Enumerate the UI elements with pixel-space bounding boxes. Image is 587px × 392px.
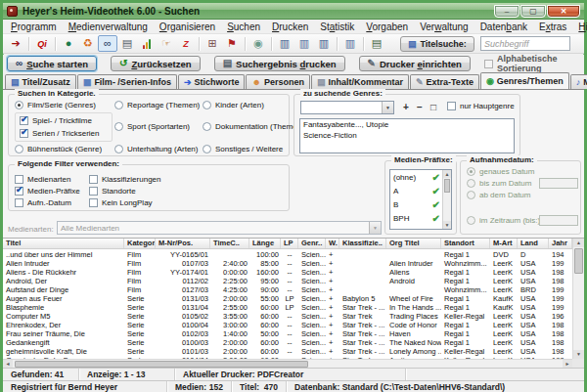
column-header-jahr[interactable]: Jahr [549, 239, 572, 248]
radio-im-zeitraum[interactable]: im Zeitraum (bis:) [467, 216, 540, 225]
maximize-button[interactable]: ▢ [520, 5, 546, 18]
organize-icon[interactable]: ♻ [78, 35, 98, 52]
zeitraum-field[interactable] [539, 215, 578, 226]
printer-setup-button[interactable]: ✎Drucker einrichten [359, 56, 471, 71]
filter-checkbox-medienarten[interactable]: Medienarten [15, 173, 89, 185]
table-row[interactable]: geheimnisvolle Kraft, DieSerie0101/032:0… [3, 347, 572, 356]
search-input[interactable] [480, 36, 570, 51]
radio-kinder[interactable]: Kinder (Arten) [203, 101, 264, 109]
menu-item-statistik[interactable]: Statistik [314, 22, 360, 32]
column-header-l-nge[interactable]: Länge [249, 239, 281, 248]
scroll-down-icon[interactable]: ▼ [573, 350, 584, 359]
info-icon[interactable]: Qi [32, 35, 52, 52]
filter-checkbox-klassifizierungen[interactable]: Klassifizierungen [89, 173, 160, 185]
selected-genres-listbox[interactable]: Fantasyabente..., UtopieScience-Fiction [299, 118, 515, 153]
scroll-right-icon[interactable]: ► [563, 360, 572, 368]
praefix-item-a[interactable]: A✔ [390, 184, 443, 197]
radio-sonstiges[interactable]: Sonstiges / Weitere [203, 145, 283, 153]
db-backup-icon[interactable]: ▥ [340, 35, 360, 52]
print-icon[interactable]: ▤ [117, 35, 137, 52]
column-header-lp[interactable]: LP [281, 239, 298, 248]
alphabetical-sort-checkbox[interactable] [484, 60, 493, 68]
genre-combobox[interactable]: ▼ [300, 101, 394, 114]
tab-film-serien-infos[interactable]: ▦Film- /Serien-Infos [77, 74, 177, 89]
radio-sport[interactable]: Sport (Sportarten) [114, 122, 190, 131]
menu-item-datenbank[interactable]: Datenbank [474, 22, 533, 32]
cd-icon[interactable]: ◉ [248, 35, 268, 52]
genre-clear-button[interactable]: □ [428, 102, 439, 112]
filter-checkbox-medien-pr-fixe[interactable]: Medien-Präfixe [15, 185, 89, 196]
table-row[interactable]: Frau seiner Träume, DieSerie0102/031:40:… [3, 329, 572, 338]
radio-buehnenstueck[interactable]: Bühnenstück (Genre) [15, 145, 102, 153]
bis-datum-field[interactable] [539, 178, 578, 189]
radio-reportage[interactable]: Reportage (Themen) [114, 101, 200, 109]
tab-stichworte[interactable]: ➔Stichworte [178, 74, 246, 89]
menu-item-programm[interactable]: Programm [5, 22, 63, 32]
nur-hauptgenre-checkbox[interactable]: nur Hauptgenre [447, 102, 515, 110]
column-header-org-titel[interactable]: Org Titel [386, 239, 441, 248]
flag-icon[interactable]: ⚑ [222, 35, 242, 52]
db-edit-icon[interactable]: ▥ [314, 35, 334, 52]
close-button[interactable]: ✕ [547, 5, 580, 18]
reset-button[interactable]: ↺Zurücksetzen [111, 56, 201, 71]
chevron-down-icon[interactable]: ▼ [382, 102, 393, 113]
table-row[interactable]: Android, DerFilm0112/022:25:0095:00--Sci… [3, 277, 572, 285]
table-row[interactable]: Aufstand der DingeFilm0127/034:25:0090:0… [3, 285, 572, 294]
print-results-button[interactable]: ▤Suchergebnis drucken [214, 56, 345, 71]
start-search-button[interactable]: ∞Suche starten [7, 56, 97, 71]
menu-item-extras[interactable]: Extras [533, 22, 572, 32]
praefix-item-b[interactable]: B✔ [390, 197, 443, 211]
table-row[interactable]: Computer M5Serie0105/023:55:0060:00--Sci… [3, 312, 572, 321]
column-header-timec[interactable]: TimeC.. [210, 239, 249, 248]
search-binoculars-icon[interactable]: ∞ [98, 35, 117, 52]
horizontal-scrollbar[interactable]: ◄ ► [3, 359, 572, 368]
column-header-titel[interactable]: Titel [3, 239, 124, 248]
radio-film-serie-control[interactable] [15, 101, 23, 109]
radio-dokumentation[interactable]: Dokumentation (Themen) [203, 122, 304, 131]
column-header-klassifizie[interactable]: Klassifizie.. [339, 239, 386, 248]
genre-list-item[interactable]: Science-Fiction [300, 130, 514, 141]
web-icon[interactable]: ● [59, 35, 78, 52]
radio-film-serie[interactable]: Film/Serie (Genres) [15, 101, 96, 109]
scroll-left-icon[interactable]: ◄ [3, 360, 13, 368]
genre-list-item[interactable]: Fantasyabente..., Utopie [300, 119, 514, 130]
column-header-kategorie[interactable]: Kategorie [124, 239, 156, 248]
titelsuche-button[interactable]: ▤ Titelsuche: [400, 36, 474, 52]
filter-checkbox-aufn-datum[interactable]: Aufn.-Datum [15, 196, 89, 208]
minimize-button[interactable]: – [494, 5, 519, 18]
genre-remove-button[interactable]: − [414, 102, 426, 112]
table-row[interactable]: ..und über uns der HimmelFilmYY-0165/011… [3, 250, 572, 259]
table-row[interactable]: Alien IntruderFilm0107/032:40:0085:00--S… [3, 259, 572, 268]
genre-add-button[interactable]: + [400, 102, 412, 112]
scroll-up-icon[interactable]: ▲ [573, 239, 584, 247]
scroll-up-icon[interactable]: ▲ [443, 170, 451, 178]
praefix-item-bph[interactable]: BPH✔ [390, 211, 443, 225]
column-header-standort[interactable]: Standort [441, 239, 490, 248]
radio-bis-zum-datum[interactable]: bis zum Datum [467, 179, 531, 188]
column-header-land[interactable]: Land [518, 239, 549, 248]
radio-unterhaltung[interactable]: Unterhaltung (Arten) [114, 145, 198, 153]
menu-item-medienverwaltung[interactable]: Medienverwaltung [63, 22, 154, 32]
menu-item-drucken[interactable]: Drucken [266, 22, 314, 32]
scroll-thumb[interactable] [574, 248, 583, 274]
radio-genaues-datum[interactable]: genaues Datum [467, 167, 534, 176]
tab-personen[interactable]: ☻Personen [246, 74, 310, 89]
db-save-icon[interactable]: ▥ [275, 35, 294, 52]
filter-checkbox-kein-longplay[interactable]: Kein LongPlay [89, 196, 160, 208]
calendar-icon[interactable]: ⊞ [203, 35, 222, 52]
menu-item-organisieren[interactable]: Organisieren [154, 22, 221, 32]
tab-inhalt-kommentar[interactable]: ▤Inhalt/Kommentar [311, 74, 409, 89]
praefixe-scrollbar[interactable]: ▲ ▼ [442, 170, 451, 229]
checkbox-serien[interactable]: Serien / Trickserien [20, 129, 99, 138]
tab-genres-themen[interactable]: ◉Genres/Themen [480, 72, 569, 89]
column-header-m-nr-pos[interactable]: M-Nr/Pos. [156, 239, 210, 248]
table-header[interactable]: TitelKategorieM-Nr/Pos.TimeC..LängeLPGen… [3, 239, 572, 249]
table-row[interactable]: BlasphemieSerie0131/042:55:0060:00LPScie… [3, 303, 572, 312]
filter-checkbox-standorte[interactable]: Standorte [89, 185, 160, 196]
edit-z-icon[interactable]: Z [176, 35, 196, 52]
medienarten-combobox[interactable]: Alle Medienarten ▼ [57, 221, 382, 235]
column-header-w[interactable]: W. [326, 239, 339, 248]
scroll-down-icon[interactable]: ▼ [443, 221, 451, 229]
table-row[interactable]: GedankengiftSerie0100/032:00:0060:00--Sc… [3, 338, 572, 347]
checkbox-spielfilme[interactable]: Spiel- / Trickfilme [20, 116, 92, 125]
